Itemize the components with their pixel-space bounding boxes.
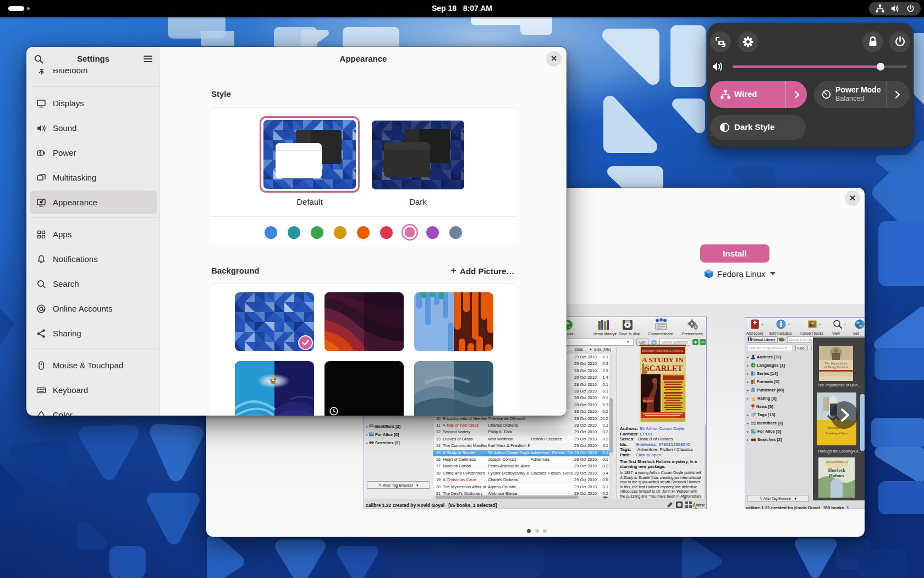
svg-text:The Adventures of: The Adventures of bbox=[826, 460, 848, 464]
svg-text:Looking Glass: Looking Glass bbox=[825, 431, 848, 435]
svg-text:MORLEY: MORLEY bbox=[643, 400, 654, 402]
svg-text:A STUDY IN: A STUDY IN bbox=[642, 356, 684, 364]
svg-text:Sherlock: Sherlock bbox=[828, 467, 845, 473]
svg-text:BEETON'S CHRISTMAS ANNUAL: BEETON'S CHRISTMAS ANNUAL bbox=[642, 350, 683, 352]
svg-text:SCARLET: SCARLET bbox=[645, 364, 683, 373]
svg-text:Holmes: Holmes bbox=[829, 473, 844, 478]
